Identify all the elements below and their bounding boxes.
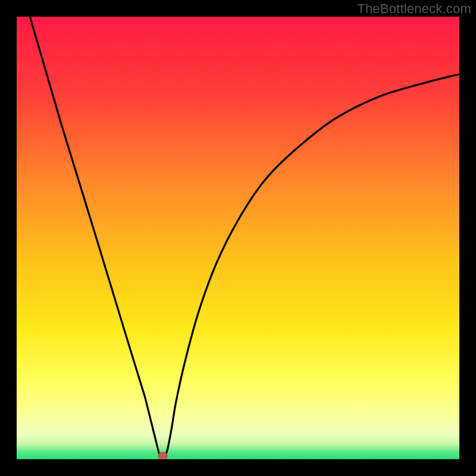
svg-rect-0 xyxy=(17,17,459,459)
svg-point-2 xyxy=(158,452,168,459)
plot-area xyxy=(17,17,459,459)
attribution-text: TheBottleneck.com xyxy=(357,1,471,17)
chart-svg xyxy=(17,17,459,459)
svg-rect-1 xyxy=(17,459,459,459)
chart-container: TheBottleneck.com xyxy=(0,0,476,476)
